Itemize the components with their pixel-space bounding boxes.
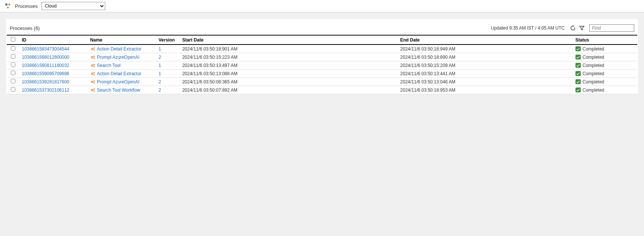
col-header-end[interactable]: End Date [398, 35, 573, 45]
svg-point-20 [92, 81, 92, 82]
end-date-cell: 2024/11/6 03:50:15:209 AM [398, 61, 573, 70]
svg-point-0 [5, 3, 7, 6]
process-id-link[interactable]: 1038661539281817600 [22, 79, 69, 85]
start-date-cell: 2024/11/6 03:50:08:365 AM [180, 78, 398, 86]
process-name-link[interactable]: Prompt AzureOpenAI [97, 79, 139, 85]
svg-point-26 [94, 90, 95, 92]
environment-select[interactable]: Cloud [42, 2, 105, 10]
process-name-link[interactable]: Search Tool Workflow [97, 88, 140, 93]
process-name-link[interactable]: Prompt AzureOpenAI [97, 55, 139, 60]
topbar: Processes Cloud [0, 0, 644, 12]
col-header-start[interactable]: Start Date [180, 35, 398, 45]
end-date-cell: 2024/11/6 03:50:13:441 AM [398, 70, 573, 78]
process-id-link[interactable]: 1038661537302106112 [22, 88, 69, 93]
process-version-link[interactable]: 1 [158, 63, 161, 68]
table-row: 1038661560811180032 Search Tool 1 2024/1… [7, 61, 637, 70]
svg-point-5 [94, 47, 95, 49]
row-checkbox[interactable] [11, 79, 15, 83]
end-date-cell: 2024/11/6 03:50:18:953 AM [398, 86, 573, 94]
table-header-row: ID Name Version Start Date End Date Stat… [7, 35, 637, 45]
end-date-cell: 2024/11/6 03:50:18:890 AM [398, 53, 573, 61]
process-id-link[interactable]: 1038661559095709696 [22, 71, 69, 76]
process-version-link[interactable]: 1 [158, 46, 161, 52]
processes-panel: Processes (6) Updated 9:35 AM IST / 4:05… [6, 19, 638, 94]
gear-icon [90, 55, 95, 60]
table-row: 1038661559095709696 Action Detail Extrac… [7, 70, 637, 78]
process-version-link[interactable]: 1 [158, 71, 161, 76]
svg-point-9 [94, 55, 95, 57]
refresh-button[interactable] [568, 24, 577, 32]
row-checkbox[interactable] [11, 62, 15, 67]
svg-point-17 [94, 72, 95, 73]
status-label: Completed [583, 88, 604, 93]
end-date-cell: 2024/11/6 03:50:13:046 AM [398, 78, 573, 86]
start-date-cell: 2024/11/6 03:50:07:892 AM [180, 86, 398, 94]
table-row: 1038661539281817600 Prompt AzureOpenAI 2… [7, 78, 637, 86]
status-check-icon [575, 71, 581, 76]
svg-point-10 [94, 57, 95, 59]
table-row: 1038661537302106112 Search Tool Workflow… [7, 86, 637, 94]
svg-point-12 [92, 65, 92, 65]
svg-point-21 [94, 80, 95, 82]
svg-point-6 [94, 49, 95, 50]
status-check-icon [575, 55, 581, 59]
svg-point-24 [92, 89, 92, 90]
table-row: 1038661568012800000 Prompt AzureOpenAI 2… [7, 53, 637, 61]
status-label: Completed [583, 55, 604, 60]
svg-point-25 [94, 88, 95, 90]
process-version-link[interactable]: 2 [158, 79, 161, 85]
svg-point-14 [94, 65, 95, 67]
status-check-icon [575, 63, 581, 68]
row-checkbox[interactable] [11, 87, 15, 92]
svg-point-1 [9, 4, 10, 6]
process-name-link[interactable]: Action Detail Extractor [97, 71, 142, 76]
svg-point-2 [7, 7, 9, 9]
status-check-icon [575, 46, 581, 51]
status-label: Completed [583, 79, 604, 85]
end-date-cell: 2024/11/6 03:50:18:949 AM [398, 45, 573, 53]
panel-title: Processes (6) [10, 25, 40, 31]
row-checkbox[interactable] [11, 46, 15, 50]
start-date-cell: 2024/11/6 03:50:13:497 AM [180, 61, 398, 70]
row-checkbox[interactable] [11, 71, 15, 75]
col-header-status[interactable]: Status [573, 35, 637, 45]
processes-app-icon [4, 3, 11, 9]
start-date-cell: 2024/11/6 03:50:13:088 AM [180, 70, 398, 78]
select-all-checkbox[interactable] [11, 37, 15, 42]
table-row: 1038661583473004544 Action Detail Extrac… [7, 45, 637, 53]
gear-icon [90, 46, 95, 52]
svg-point-8 [92, 56, 92, 57]
process-id-link[interactable]: 1038661583473004544 [22, 46, 69, 52]
process-name-link[interactable]: Action Detail Extractor [97, 46, 142, 52]
row-checkbox[interactable] [11, 54, 15, 59]
col-header-id[interactable]: ID [19, 35, 88, 45]
process-version-link[interactable]: 2 [158, 55, 161, 60]
process-id-link[interactable]: 1038661560811180032 [22, 63, 69, 68]
svg-point-18 [94, 74, 95, 75]
process-name-link[interactable]: Search Tool [97, 63, 121, 68]
gear-icon [90, 88, 95, 93]
status-label: Completed [583, 63, 604, 68]
svg-point-22 [94, 82, 95, 83]
find-input[interactable] [589, 24, 634, 32]
updated-timestamp: Updated 9:35 AM IST / 4:05 AM UTC [491, 25, 565, 31]
filter-button[interactable] [577, 24, 586, 32]
process-id-link[interactable]: 1038661568012800000 [22, 55, 69, 60]
panel-header: Processes (6) Updated 9:35 AM IST / 4:05… [6, 23, 638, 35]
gear-icon [90, 71, 95, 76]
svg-point-16 [92, 73, 92, 74]
col-header-version[interactable]: Version [156, 35, 180, 45]
svg-point-4 [92, 48, 92, 49]
col-header-name[interactable]: Name [88, 35, 157, 45]
gear-icon [90, 79, 95, 85]
app-label: Processes [15, 3, 38, 9]
start-date-cell: 2024/11/6 03:50:15:223 AM [180, 53, 398, 61]
filter-icon [579, 25, 585, 31]
status-label: Completed [583, 71, 604, 76]
refresh-icon [570, 25, 576, 31]
process-version-link[interactable]: 2 [158, 88, 161, 93]
status-check-icon [575, 88, 581, 92]
gear-icon [90, 63, 95, 68]
status-label: Completed [583, 46, 604, 52]
status-check-icon [575, 79, 581, 84]
